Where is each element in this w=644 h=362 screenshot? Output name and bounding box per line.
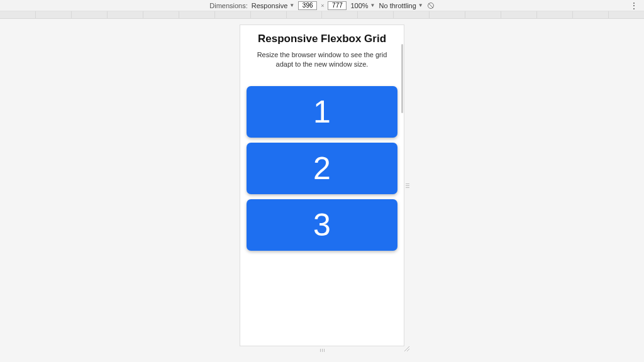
caret-down-icon: ▼ [289,3,294,8]
throttling-select[interactable]: No throttling ▼ [379,2,423,9]
resize-handle-corner[interactable] [403,345,409,351]
caret-down-icon: ▼ [370,3,375,8]
svg-line-1 [428,3,433,8]
zoom-select[interactable]: 100% ▼ [350,2,375,9]
ruler-tick [322,11,358,18]
caret-down-icon: ▼ [418,3,423,8]
ruler-tick [465,11,501,18]
page-subtitle: Resize the browser window to see the gri… [247,50,397,70]
grid-card: 2 [247,143,397,194]
ruler-tick [0,11,36,18]
ruler-tick [394,11,430,18]
page-title: Responsive Flexbox Grid [247,33,397,45]
rotate-icon[interactable] [427,2,435,9]
ruler-tick [573,11,609,18]
height-input[interactable] [328,1,347,10]
resize-handle-bottom[interactable] [314,349,330,352]
flexbox-grid: 1 2 3 [247,86,397,257]
ruler-tick [501,11,537,18]
svg-line-2 [404,346,409,351]
throttling-value: No throttling [379,2,416,9]
width-input[interactable] [298,1,317,10]
ruler-tick [358,11,394,18]
ruler-tick [108,11,143,18]
zoom-value: 100% [350,2,368,9]
ruler-tick [430,11,465,18]
ruler-tick [537,11,573,18]
resize-handle-right[interactable] [406,176,409,195]
device-toolbar: Dimensions: Responsive ▼ × 100% ▼ No thr… [0,0,644,11]
viewport-area: Responsive Flexbox Grid Resize the brows… [0,19,644,362]
ruler [0,11,644,19]
ruler-tick [251,11,287,18]
ruler-tick [72,11,108,18]
kebab-menu-icon[interactable]: ⋮ [630,1,638,11]
dimension-separator: × [321,3,324,9]
ruler-tick [287,11,323,18]
device-select-value: Responsive [252,2,287,9]
ruler-tick [143,11,179,18]
grid-card: 3 [247,199,397,251]
grid-card: 1 [247,86,397,138]
device-frame-wrapper: Responsive Flexbox Grid Resize the brows… [240,25,404,346]
svg-line-3 [407,349,409,351]
page-content: Responsive Flexbox Grid Resize the brows… [240,25,404,262]
device-select[interactable]: Responsive ▼ [252,2,294,9]
ruler-tick [179,11,215,18]
ruler-tick [36,11,72,18]
device-frame[interactable]: Responsive Flexbox Grid Resize the brows… [240,25,404,346]
ruler-tick [215,11,251,18]
ruler-tick [609,11,644,18]
device-toolbar-center: Dimensions: Responsive ▼ × 100% ▼ No thr… [209,1,435,10]
dimensions-label: Dimensions: [209,2,248,9]
